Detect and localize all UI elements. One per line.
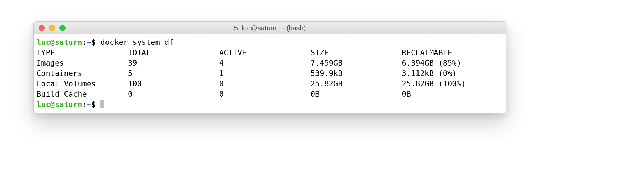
table-row: Containers 5 1 539.9kB 3.112kB (0%) <box>37 69 457 78</box>
prompt-user: luc@saturn <box>37 100 82 109</box>
prompt-sep: : <box>82 38 87 47</box>
titlebar[interactable]: 5. luc@saturn: ~ (bash) <box>34 22 506 34</box>
table-row: Local Volumes 100 0 25.82GB 25.82GB (100… <box>37 79 466 88</box>
terminal-window: 5. luc@saturn: ~ (bash) luc@saturn:~$ do… <box>33 21 506 113</box>
prompt-user: luc@saturn <box>37 38 82 47</box>
cursor-icon <box>100 100 104 108</box>
command-text: docker system df <box>100 38 173 47</box>
table-header: TYPE TOTAL ACTIVE SIZE RECLAIMABLE <box>37 48 452 57</box>
minimize-icon[interactable] <box>49 25 55 31</box>
window-controls <box>34 25 66 31</box>
table-row: Images 39 4 7.459GB 6.394GB (85%) <box>37 59 461 67</box>
prompt-sep: : <box>82 100 87 109</box>
window-title: 5. luc@saturn: ~ (bash) <box>34 24 506 32</box>
table-row: Build Cache 0 0 0B 0B <box>37 90 411 98</box>
prompt-path: ~ <box>87 100 91 109</box>
prompt-dollar: $ <box>91 100 96 109</box>
terminal-body[interactable]: luc@saturn:~$ docker system df TYPE TOTA… <box>34 34 506 113</box>
prompt-dollar: $ <box>91 38 96 47</box>
prompt-path: ~ <box>87 38 91 47</box>
close-icon[interactable] <box>39 25 45 31</box>
zoom-icon[interactable] <box>59 25 66 31</box>
